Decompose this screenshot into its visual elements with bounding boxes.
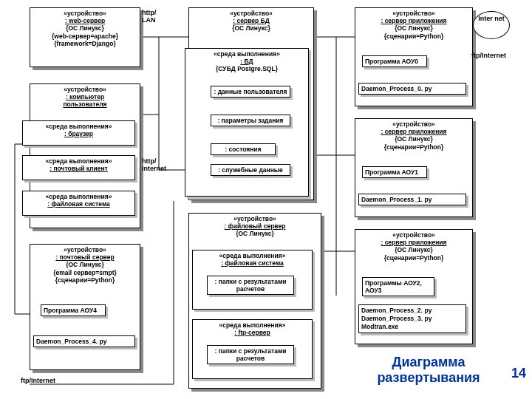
app2-name: : сервер приложения	[381, 239, 446, 246]
mail-name: : почтовый сервер	[55, 253, 114, 261]
diagram-title: Диаграмма развертывания	[355, 355, 502, 386]
mail-tag2: {email сервер=smpt}	[33, 269, 137, 276]
db-tag1: {ОС Линукс}	[192, 24, 310, 32]
app0-stereo: «устройство»	[358, 10, 469, 17]
file-stereo: «устройство»	[192, 215, 318, 222]
user-fs-stereo: «среда выполнения»	[25, 193, 132, 200]
ftp-internet-label-2: ftp/Internet	[21, 377, 55, 384]
mail-tag3: {сценарии=Python}	[33, 276, 137, 284]
daemon4-label: Daemon_Process_4. py	[36, 338, 106, 345]
ftp-internet-label-1: ftp/Internet	[471, 52, 506, 59]
daemon3-t: Daemon_Process_3. py	[361, 315, 463, 323]
app1-name: : сервер приложения	[381, 128, 446, 135]
db-art4-t: : служебные данные	[218, 166, 283, 174]
web-tag3: {framework=Django}	[33, 40, 137, 47]
mailclient-name: : почтовый клиент	[50, 165, 108, 172]
db-env-name: : БД	[240, 58, 253, 65]
prog-aou23-t: Программы АОУ2, АОУ3	[365, 279, 422, 294]
file-art2-t: : папки с результатами расчетов	[215, 347, 287, 362]
app0-tag1: {ОС Линукс}	[358, 24, 469, 32]
file-art2: : папки с результатами расчетов	[207, 345, 294, 364]
app1-tag2: {сценарии=Python}	[358, 143, 469, 151]
user-fs-env: «среда выполнения» : файловая система	[22, 191, 135, 216]
mail-client-env: «среда выполнения» : почтовый клиент	[22, 155, 135, 180]
db-art2-t: : параметры задания	[217, 117, 283, 124]
file-ftp-name: : ftp-сервер	[234, 329, 270, 336]
browser-name: : браузер	[64, 130, 93, 137]
user-stereo: «устройство»	[33, 86, 137, 93]
db-art2: : параметры задания	[211, 115, 290, 126]
file-fs-name: : файловая система	[221, 259, 284, 267]
prog-aou23: Программы АОУ2, АОУ3	[362, 277, 434, 296]
web-tag1: {ОС Линукс}	[33, 24, 137, 32]
daemon0: Daemon_Process_0. py	[358, 83, 466, 95]
app1-stereo: «устройство»	[358, 120, 469, 128]
db-env-tag: {СУБД Postgre.SQL}	[188, 65, 306, 72]
db-art3: : состояния	[211, 143, 276, 155]
app2-stereo: «устройство»	[358, 231, 469, 239]
daemon4: Daemon_Process_4. py	[33, 335, 135, 347]
web-name: : web-сервер	[65, 17, 105, 24]
daemon0-t: Daemon_Process_0. py	[361, 85, 432, 92]
http-internet-label: http/ Internet	[142, 157, 179, 172]
mailclient-stereo: «среда выполнения»	[25, 157, 132, 165]
db-art4: : служебные данные	[211, 164, 290, 176]
web-server-node: «устройство» : web-сервер {ОС Линукс} {w…	[30, 7, 140, 67]
web-tag2: {web-сервер=apache}	[33, 33, 137, 40]
app0-name: : сервер приложения	[381, 17, 446, 24]
db-stereo: «устройство»	[192, 10, 310, 17]
internet-cloud: Inter net	[473, 11, 510, 39]
browser-env: «среда выполнения» : браузер	[22, 120, 135, 146]
prog-aou1-t: Программа АОУ1	[365, 168, 418, 176]
internet-label: Inter net	[478, 15, 505, 22]
file-fs-stereo: «среда выполнения»	[195, 252, 310, 259]
app0-tag2: {сценарии=Python}	[358, 33, 469, 40]
db-env-stereo: «среда выполнения»	[188, 50, 306, 58]
browser-stereo: «среда выполнения»	[25, 123, 132, 130]
app2-tag1: {ОС Линукс}	[358, 246, 469, 253]
modtran-t: Modtran.exe	[361, 323, 463, 331]
http-lan-label: http/ LAN	[142, 9, 171, 24]
user-name2: пользователя	[63, 100, 106, 108]
daemon1-t: Daemon_Process_1. py	[361, 196, 432, 203]
file-art1: : папки с результатами расчетов	[207, 276, 294, 295]
user-name1: : компьютер	[66, 93, 104, 100]
db-art3-t: : состояния	[225, 146, 261, 153]
mail-tag1: {ОС Линукс}	[33, 261, 137, 268]
mail-stereo: «устройство»	[33, 246, 137, 253]
daemon1: Daemon_Process_1. py	[358, 194, 466, 205]
db-art1-t: : данные пользователя	[214, 88, 287, 95]
page-number: 14	[511, 366, 526, 381]
file-ftp-stereo: «среда выполнения»	[195, 321, 310, 329]
daemons-23: Daemon_Process_2. py Daemon_Process_3. p…	[358, 304, 466, 333]
prog-aou1: Программа АОУ1	[362, 166, 427, 178]
file-art1-t: : папки с результатами расчетов	[215, 278, 287, 293]
app2-tag2: {сценарии=Python}	[358, 254, 469, 262]
daemon2-t: Daemon_Process_2. py	[361, 307, 463, 315]
prog-aou0: Программа АОУ0	[362, 55, 427, 67]
file-name: : файловый сервер	[225, 222, 286, 230]
app1-tag1: {ОС Линукс}	[358, 135, 469, 143]
prog-aou4: Программа АОУ4	[41, 304, 106, 316]
db-art1: : данные пользователя	[211, 86, 290, 98]
prog-aou0-t: Программа АОУ0	[365, 58, 418, 65]
prog-aou4-label: Программа АОУ4	[44, 307, 97, 314]
db-name: : сервер БД	[233, 17, 269, 24]
user-fs-name: : файловая система	[47, 200, 110, 208]
file-tag1: {ОС Линукс}	[192, 230, 318, 237]
web-stereo: «устройство»	[33, 10, 137, 17]
